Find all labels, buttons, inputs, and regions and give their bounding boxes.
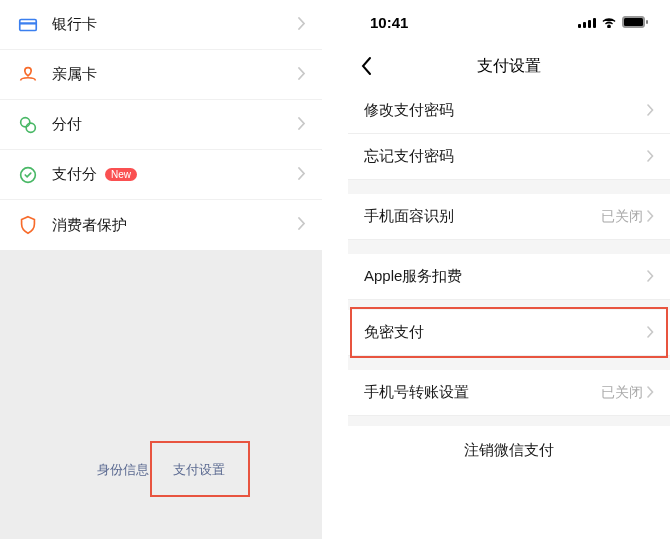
row-label: 忘记支付密码 [364,147,647,166]
menu-item-bankcard[interactable]: 银行卡 [0,0,322,50]
battery-icon [622,16,648,28]
row-cancel-wechatpay[interactable]: 注销微信支付 [348,426,670,474]
row-status: 已关闭 [601,208,643,226]
wallet-menu-screen: 银行卡 亲属卡 分付 [0,0,322,539]
chevron-right-icon [647,102,654,120]
row-label: 手机号转账设置 [364,383,601,402]
status-time: 10:41 [370,14,408,31]
chevron-right-icon [298,16,306,34]
chevron-right-icon [298,166,306,184]
payment-settings-screen: 10:41 支付设置 修改支付密码 忘记支付密码 手机面容识别 已关闭 Appl… [348,0,670,539]
row-label: 手机面容识别 [364,207,601,226]
page-title: 支付设置 [348,56,670,77]
menu-item-familycard[interactable]: 亲属卡 [0,50,322,100]
menu-label: 消费者保护 [52,216,298,235]
row-label: 免密支付 [364,323,647,342]
svg-rect-5 [578,24,581,28]
svg-rect-7 [588,20,591,28]
svg-rect-11 [646,20,648,24]
shield-icon [16,213,40,237]
menu-item-fenfu[interactable]: 分付 [0,100,322,150]
chevron-right-icon [647,268,654,286]
row-change-password[interactable]: 修改支付密码 [348,88,670,134]
identity-link[interactable]: 身份信息 [97,461,149,479]
chevron-right-icon [647,324,654,342]
svg-rect-1 [20,22,37,24]
row-face-id[interactable]: 手机面容识别 已关闭 [348,194,670,240]
new-badge: New [105,168,137,181]
menu-item-payscore[interactable]: 支付分 New [0,150,322,200]
row-label: 修改支付密码 [364,101,647,120]
fenfu-icon [16,113,40,137]
svg-rect-10 [624,18,643,26]
wifi-icon [601,17,617,28]
chevron-right-icon [298,216,306,234]
nav-bar: 支付设置 [348,44,670,88]
row-no-password-pay[interactable]: 免密支付 [348,310,670,356]
menu-item-consumer-protection[interactable]: 消费者保护 [0,200,322,250]
row-apple-service[interactable]: Apple服务扣费 [348,254,670,300]
svg-rect-8 [593,18,596,28]
row-phone-transfer[interactable]: 手机号转账设置 已关闭 [348,370,670,416]
chevron-right-icon [647,208,654,226]
chevron-right-icon [298,66,306,84]
familycard-icon [16,63,40,87]
bottom-links: 身份信息 支付设置 [0,461,322,479]
menu-label: 支付分 [52,165,97,184]
menu-label: 分付 [52,115,298,134]
payment-settings-link[interactable]: 支付设置 [173,461,225,479]
menu-label: 亲属卡 [52,65,298,84]
payscore-icon [16,163,40,187]
menu-label: 银行卡 [52,15,298,34]
signal-icon [578,17,596,28]
wallet-menu-list: 银行卡 亲属卡 分付 [0,0,322,250]
status-bar: 10:41 [348,0,670,44]
chevron-right-icon [298,116,306,134]
row-status: 已关闭 [601,384,643,402]
status-icons [578,16,648,28]
chevron-right-icon [647,148,654,166]
back-button[interactable] [360,56,392,76]
bankcard-icon [16,13,40,37]
chevron-left-icon [360,56,372,76]
svg-point-3 [26,123,35,132]
row-label: Apple服务扣费 [364,267,647,286]
row-forgot-password[interactable]: 忘记支付密码 [348,134,670,180]
row-label: 注销微信支付 [464,441,554,460]
svg-rect-6 [583,22,586,28]
svg-rect-0 [20,19,37,30]
svg-point-2 [21,117,30,126]
chevron-right-icon [647,384,654,402]
